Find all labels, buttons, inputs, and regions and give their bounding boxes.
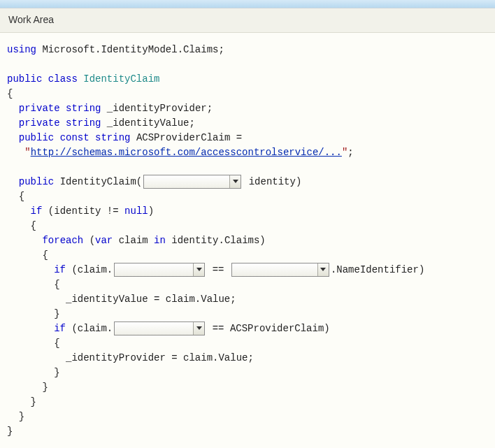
keyword-null: null — [124, 205, 148, 217]
const-name: ACSProviderClaim — [136, 132, 230, 143]
chevron-down-icon — [317, 263, 329, 276]
eqeq-operator: == — [213, 264, 224, 275]
paren-close: ) — [324, 323, 329, 334]
brace-open: { — [19, 191, 24, 202]
keyword-string: string — [66, 117, 101, 129]
brace-open: { — [7, 88, 13, 99]
keyword-private: private — [19, 103, 60, 114]
paren-close: ) — [419, 264, 424, 275]
semicolon: ; — [218, 44, 224, 55]
chevron-down-icon — [193, 322, 204, 335]
brace-close: } — [54, 308, 59, 319]
assign-identity-value: _identityValue = claim.Value; — [66, 294, 236, 305]
paren-close: ) — [148, 205, 154, 217]
brace-close: } — [7, 426, 13, 437]
neq-operator: != — [107, 205, 119, 217]
keyword-if: if — [54, 264, 66, 275]
code-editor: using Microsoft.IdentityModel.Claims; pu… — [0, 33, 495, 448]
dropdown-compare-value-1[interactable] — [231, 263, 329, 277]
dropdown-claim-property-2[interactable] — [114, 321, 205, 335]
paren-open: ( — [48, 205, 54, 217]
field-identity-value: _identityValue — [107, 117, 189, 129]
brace-close: } — [19, 411, 24, 422]
keyword-class: class — [48, 73, 78, 85]
brace-close: } — [54, 367, 59, 378]
dropdown-param-type[interactable] — [143, 175, 241, 189]
paren-open: ( — [89, 235, 95, 246]
keyword-var: var — [95, 235, 113, 246]
loop-source: identity.Claims — [171, 235, 259, 246]
paren-close: ) — [296, 176, 301, 187]
keyword-public: public — [19, 176, 54, 187]
keyword-public: public — [7, 73, 42, 85]
semicolon: ; — [347, 147, 353, 158]
paren-open: ( — [136, 176, 142, 187]
brace-open: { — [42, 250, 48, 261]
semicolon: ; — [189, 117, 194, 129]
keyword-const: const — [60, 132, 89, 143]
equals: = — [236, 132, 242, 143]
keyword-string: string — [95, 132, 130, 143]
keyword-in: in — [154, 235, 166, 246]
brace-close: } — [31, 396, 36, 407]
work-area-header: Work Area — [0, 8, 495, 33]
dropdown-claim-property-1[interactable] — [114, 263, 205, 277]
const-url[interactable]: http://schemas.microsoft.com/accesscontr… — [31, 147, 342, 158]
eqeq-operator: == — [213, 323, 224, 334]
claim-access: claim. — [78, 323, 113, 334]
loop-var: claim — [119, 235, 148, 246]
brace-open: { — [54, 338, 59, 349]
class-name: IdentityClaim — [83, 73, 159, 85]
param-name: identity — [249, 176, 296, 187]
paren-open: ( — [71, 323, 77, 334]
brace-open: { — [31, 220, 36, 231]
keyword-string: string — [66, 103, 101, 114]
field-identity-provider: _identityProvider — [107, 103, 207, 114]
keyword-if: if — [31, 205, 43, 217]
keyword-using: using — [7, 44, 36, 55]
ctor-name: IdentityClaim — [60, 176, 136, 187]
namespace: Microsoft.IdentityModel.Claims — [42, 44, 218, 55]
keyword-private: private — [19, 117, 60, 129]
chevron-down-icon — [229, 175, 241, 188]
string-quote-open: " — [24, 147, 30, 158]
acs-provider-claim-ref: ACSProviderClaim — [230, 323, 324, 334]
keyword-foreach: foreach — [42, 235, 83, 246]
keyword-if: if — [54, 323, 66, 334]
brace-close: } — [42, 382, 48, 393]
semicolon: ; — [207, 103, 213, 114]
brace-open: { — [54, 279, 59, 290]
top-accent-bar — [0, 0, 495, 8]
header-title: Work Area — [8, 14, 54, 25]
chevron-down-icon — [193, 263, 204, 276]
keyword-public: public — [19, 132, 54, 143]
paren-close: ) — [259, 235, 265, 246]
paren-open: ( — [71, 264, 77, 275]
name-identifier-suffix: .NameIdentifier — [331, 264, 419, 275]
if-subject: identity — [54, 205, 101, 217]
assign-identity-provider: _identityProvider = claim.Value; — [66, 352, 254, 363]
claim-access: claim. — [78, 264, 113, 275]
